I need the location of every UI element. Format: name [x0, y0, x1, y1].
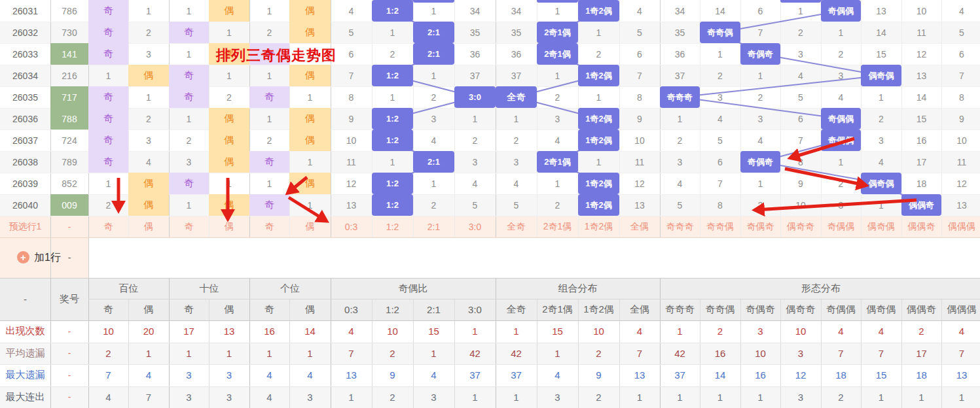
sub-header: 奇偶偶: [821, 299, 861, 320]
miss-count-cell: 1: [372, 86, 413, 108]
issue-cell: 26039: [0, 173, 50, 194]
stat-value-cell: 1: [700, 386, 740, 408]
stat-value-cell: 3: [209, 364, 249, 386]
stat-value-cell: 42: [454, 343, 496, 365]
preselect-cell[interactable]: 偶偶奇: [901, 216, 941, 237]
highlight-cell: 偶奇偶: [861, 173, 901, 194]
highlight-cell: 奇偶奇: [740, 43, 780, 65]
preselect-row-label: 预选行1: [0, 216, 50, 237]
stat-value-cell: 10: [780, 320, 821, 343]
preselect-cell[interactable]: 全偶: [619, 216, 660, 237]
miss-count-cell: 5: [619, 22, 660, 43]
preselect-cell[interactable]: 奇: [88, 216, 128, 237]
odd-cell: 奇: [249, 86, 289, 108]
preselect-cell[interactable]: 奇奇偶: [700, 216, 740, 237]
preselect-cell[interactable]: 奇偶偶: [821, 216, 861, 237]
miss-count-cell: 15: [901, 108, 941, 129]
preselect-cell[interactable]: 偶奇偶: [861, 216, 901, 237]
miss-count-cell: 4: [941, 0, 980, 22]
miss-count-cell: 7: [740, 22, 780, 43]
odd-cell: 奇: [88, 22, 128, 43]
highlight-cell: 2:1: [413, 151, 454, 173]
prize-number-highlighted: 009: [50, 194, 88, 216]
stat-value-cell: 4: [821, 320, 861, 343]
miss-count-cell: 2: [861, 108, 901, 129]
preselect-cell[interactable]: 0:3: [331, 216, 372, 237]
miss-count-cell: 2: [740, 194, 780, 216]
highlight-cell: 1:2: [372, 129, 413, 151]
miss-count-cell: 3: [821, 65, 861, 86]
group-header: 形态分布: [660, 278, 980, 299]
stat-value-cell: 1: [331, 386, 372, 408]
miss-count-cell: 4: [861, 151, 901, 173]
stat-value-cell: 3: [780, 343, 821, 365]
miss-count-cell: 15: [861, 43, 901, 65]
sub-header: 2:1: [413, 299, 454, 320]
even-cell: 偶: [128, 65, 169, 86]
preselect-cell[interactable]: 偶: [289, 216, 331, 237]
miss-count-cell: 1: [821, 22, 861, 43]
preselect-prize-cell[interactable]: -: [50, 216, 88, 237]
preselect-cell[interactable]: 3:0: [454, 216, 496, 237]
stat-value-cell: 1: [660, 386, 700, 408]
odd-cell: 奇: [88, 151, 128, 173]
stat-value-cell: 15: [537, 320, 578, 343]
stat-value-cell: 7: [821, 343, 861, 365]
preselect-cell[interactable]: 奇: [169, 216, 209, 237]
group-header: 个位: [249, 278, 331, 299]
stat-value-cell: 4: [619, 320, 660, 343]
sub-header: 偶: [128, 299, 169, 320]
prev-highlight-sliver: [537, 0, 578, 3]
sub-header: 3:0: [454, 299, 496, 320]
sub-header: 偶奇奇: [780, 299, 821, 320]
miss-count-cell: 3: [861, 129, 901, 151]
miss-count-cell: 1: [578, 151, 619, 173]
even-cell: 偶: [289, 108, 331, 129]
stat-prize-cell: -: [50, 343, 88, 365]
preselect-cell[interactable]: 奇奇奇: [660, 216, 700, 237]
miss-count-cell: 6: [331, 43, 372, 65]
preselect-cell[interactable]: 1奇2偶: [578, 216, 619, 237]
highlight-cell: 1奇2偶: [578, 173, 619, 194]
prize-number-highlighted: 141: [50, 43, 88, 65]
preselect-cell[interactable]: 2奇1偶: [537, 216, 578, 237]
miss-count-cell: 13: [331, 194, 372, 216]
stats-corner-header: -: [0, 278, 50, 320]
miss-count-cell: 4: [537, 129, 578, 151]
miss-count-cell: 4: [454, 173, 496, 194]
stat-value-cell: 2: [372, 343, 413, 365]
miss-count-cell: 11: [619, 151, 660, 173]
stat-value-cell: 4: [249, 386, 289, 408]
issue-cell: 26038: [0, 151, 50, 173]
miss-count-cell: 1: [372, 22, 413, 43]
stat-value-cell: 42: [660, 343, 700, 365]
even-cell: 偶: [128, 173, 169, 194]
highlight-cell: 2奇1偶: [537, 22, 578, 43]
prize-number: 786: [50, 0, 88, 22]
preselect-cell[interactable]: 2:1: [413, 216, 454, 237]
preselect-cell[interactable]: 1:2: [372, 216, 413, 237]
preselect-cell[interactable]: 偶奇奇: [780, 216, 821, 237]
miss-count-cell: 37: [496, 65, 537, 86]
stat-value-cell: 16: [740, 364, 780, 386]
preselect-cell[interactable]: 奇: [249, 216, 289, 237]
even-cell: 偶: [128, 194, 169, 216]
stat-value-cell: 18: [901, 364, 941, 386]
miss-count-cell: 1: [289, 151, 331, 173]
stat-value-cell: 3: [169, 364, 209, 386]
miss-count-cell: 8: [780, 151, 821, 173]
even-cell: 偶: [289, 22, 331, 43]
preselect-cell[interactable]: 偶: [209, 216, 249, 237]
prize-number-highlighted: 717: [50, 86, 88, 108]
plus-icon[interactable]: +: [17, 251, 29, 264]
preselect-cell[interactable]: 奇偶奇: [740, 216, 780, 237]
miss-count-cell: 2: [249, 129, 289, 151]
preselect-cell[interactable]: 偶偶偶: [941, 216, 980, 237]
stat-value-cell: 14: [700, 364, 740, 386]
prize-number: 216: [50, 65, 88, 86]
miss-count-cell: 5: [700, 129, 740, 151]
stat-value-cell: 1: [619, 386, 660, 408]
preselect-cell[interactable]: 偶: [128, 216, 169, 237]
preselect-cell[interactable]: 全奇: [496, 216, 537, 237]
odd-cell: 奇: [169, 173, 209, 194]
